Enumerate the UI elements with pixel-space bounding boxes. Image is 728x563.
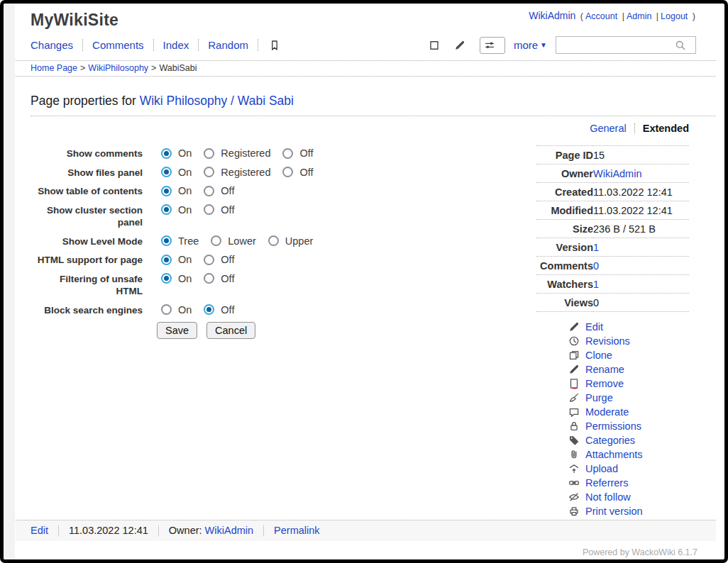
radio-option[interactable]: On — [161, 147, 192, 159]
search-icon[interactable] — [675, 40, 686, 51]
radio-unselected-icon[interactable] — [204, 273, 214, 284]
action-revisions[interactable]: Revisions — [585, 335, 630, 347]
tab-general[interactable]: General — [590, 123, 635, 133]
radio-unselected-icon[interactable] — [282, 148, 293, 159]
page-title-link[interactable]: Wiki Philosophy / Wabi Sabi — [140, 94, 294, 108]
radio-unselected-icon[interactable] — [204, 186, 214, 196]
property-value: 11.03.2022 12:41 — [593, 183, 689, 201]
action-attachments[interactable]: Attachments — [585, 449, 643, 460]
action-print-version[interactable]: Print version — [585, 506, 643, 517]
save-button[interactable]: Save — [157, 322, 197, 339]
action-rename[interactable]: Rename — [585, 364, 624, 375]
broom-icon — [568, 392, 580, 403]
action-moderate[interactable]: Moderate — [585, 406, 629, 418]
radio-option[interactable]: On — [161, 304, 192, 316]
table-row: OwnerWikiAdmin — [536, 165, 689, 183]
radio-group: OnRegisteredOff — [161, 166, 326, 179]
action-categories[interactable]: Categories — [585, 435, 635, 446]
pencil-icon[interactable] — [454, 40, 465, 51]
radio-option[interactable]: Lower — [211, 235, 256, 247]
settings-button[interactable] — [480, 37, 505, 54]
radio-selected-icon[interactable] — [161, 167, 172, 177]
more-menu[interactable]: more▼ — [514, 39, 547, 51]
nav-link-random[interactable]: Random — [208, 39, 258, 51]
action-upload[interactable]: Upload — [585, 463, 618, 474]
radio-option[interactable]: Tree — [161, 235, 199, 247]
remove-page-icon — [568, 378, 580, 389]
radio-option[interactable]: On — [161, 273, 192, 284]
property-value-link[interactable]: 1 — [593, 242, 599, 253]
cancel-button[interactable]: Cancel — [206, 322, 255, 339]
radio-selected-icon[interactable] — [161, 204, 172, 215]
nav-link-comments[interactable]: Comments — [92, 39, 154, 51]
radio-option[interactable]: Off — [204, 304, 234, 316]
radio-selected-icon[interactable] — [161, 273, 172, 284]
radio-option[interactable]: Registered — [204, 167, 270, 178]
blank-page-icon[interactable] — [429, 40, 440, 51]
radio-selected-icon[interactable] — [161, 148, 172, 159]
action-item: Not follow — [568, 491, 689, 503]
radio-unselected-icon[interactable] — [204, 204, 214, 215]
radio-option[interactable]: Off — [204, 273, 234, 284]
radio-group: TreeLowerUpper — [161, 235, 325, 248]
radio-option[interactable]: On — [161, 204, 192, 216]
properties-table: Page ID15OwnerWikiAdminCreated11.03.2022… — [536, 145, 689, 312]
form-row: Show Level ModeTreeLowerUpper — [31, 235, 371, 248]
account-link[interactable]: Account — [585, 11, 617, 21]
search-input[interactable] — [556, 37, 710, 53]
radio-unselected-icon[interactable] — [204, 148, 214, 159]
separator: | — [656, 11, 658, 21]
logout-link[interactable]: Logout — [661, 11, 688, 21]
radio-option[interactable]: Upper — [268, 235, 314, 247]
more-label: more — [514, 39, 538, 51]
nav-link-index[interactable]: Index — [163, 39, 199, 51]
radio-selected-icon[interactable] — [161, 255, 172, 265]
radio-option[interactable]: Off — [204, 254, 234, 265]
footer-permalink[interactable]: Permalink — [274, 525, 319, 536]
radio-group: OnOff — [161, 303, 246, 317]
action-edit[interactable]: Edit — [585, 321, 603, 333]
action-referrers[interactable]: Referrers — [585, 477, 628, 489]
nav-link-changes[interactable]: Changes — [31, 39, 83, 51]
radio-label: On — [178, 204, 192, 216]
eye-slash-icon — [568, 491, 580, 503]
action-not-follow[interactable]: Not follow — [585, 491, 631, 503]
radio-unselected-icon[interactable] — [268, 235, 279, 246]
radio-selected-icon[interactable] — [204, 304, 214, 315]
radio-option[interactable]: On — [161, 167, 192, 178]
radio-selected-icon[interactable] — [161, 235, 172, 246]
action-purge[interactable]: Purge — [585, 392, 613, 403]
radio-unselected-icon[interactable] — [204, 167, 214, 177]
breadcrumb-separator: > — [151, 63, 156, 73]
breadcrumb-item[interactable]: Home Page — [31, 63, 77, 73]
action-clone[interactable]: Clone — [585, 350, 612, 361]
radio-option[interactable]: Off — [204, 204, 234, 216]
property-value-link[interactable]: 0 — [593, 260, 599, 272]
form-row: Block search enginesOnOff — [31, 303, 371, 317]
radio-option[interactable]: Off — [282, 167, 313, 178]
admin-link[interactable]: Admin — [627, 11, 651, 21]
action-remove[interactable]: Remove — [585, 378, 624, 389]
radio-option[interactable]: Registered — [204, 147, 270, 159]
radio-option[interactable]: Off — [204, 185, 234, 196]
breadcrumb-item[interactable]: WikiPhilosophy — [88, 63, 148, 73]
radio-unselected-icon[interactable] — [211, 235, 221, 246]
clone-icon — [568, 350, 580, 361]
radio-unselected-icon[interactable] — [161, 304, 172, 315]
user-link[interactable]: WikiAdmin — [529, 10, 575, 21]
radio-unselected-icon[interactable] — [282, 167, 293, 177]
footer-edit-link[interactable]: Edit — [31, 525, 48, 536]
radio-option[interactable]: On — [161, 185, 192, 196]
property-value-link[interactable]: 1 — [593, 279, 599, 290]
radio-option[interactable]: Off — [282, 147, 313, 159]
radio-unselected-icon[interactable] — [204, 255, 214, 265]
table-row: Comments0 — [536, 257, 689, 275]
footer-owner-link[interactable]: WikiAdmin — [205, 525, 253, 536]
radio-option[interactable]: On — [161, 254, 192, 265]
action-permissions[interactable]: Permissions — [585, 420, 641, 432]
bookmark-icon[interactable] — [269, 40, 280, 51]
radio-selected-icon[interactable] — [161, 186, 172, 196]
radio-label: Tree — [178, 235, 199, 247]
table-row: Page ID15 — [536, 146, 689, 165]
property-value-link[interactable]: WikiAdmin — [593, 168, 641, 179]
